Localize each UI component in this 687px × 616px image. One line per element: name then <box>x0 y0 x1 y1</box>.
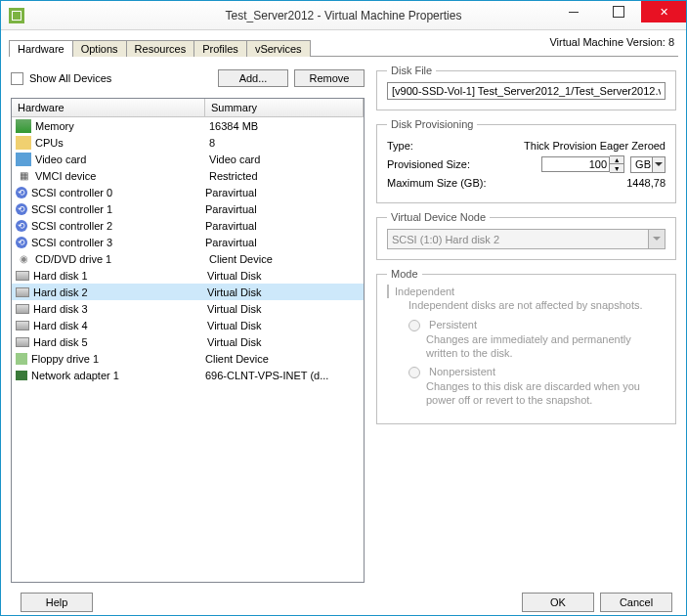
tab-options[interactable]: Options <box>72 40 127 57</box>
hardware-row[interactable]: Floppy drive 1Client Device <box>12 350 364 367</box>
provisioned-size-spinner[interactable]: ▲▼ <box>610 155 624 173</box>
close-button[interactable] <box>641 1 686 22</box>
hardware-name: SCSI controller 3 <box>31 237 205 248</box>
hardware-row[interactable]: Memory16384 MB <box>12 117 364 134</box>
hardware-row[interactable]: Network adapter 1696-CLNT-VPS-INET (d... <box>12 367 364 383</box>
cancel-button[interactable]: Cancel <box>600 593 672 612</box>
hdd-icon <box>16 271 29 281</box>
col-hardware[interactable]: Hardware <box>12 99 205 116</box>
hardware-row[interactable]: SCSI controller 0Paravirtual <box>12 184 364 200</box>
hardware-name: Hard disk 4 <box>33 320 207 331</box>
hardware-row[interactable]: Hard disk 5Virtual Disk <box>12 333 364 350</box>
cpu-icon <box>16 136 31 150</box>
maximize-button[interactable] <box>596 1 641 22</box>
hardware-summary: Paravirtual <box>205 187 360 198</box>
disk-provisioning-group: Disk Provisioning Type: Thick Provision … <box>376 118 676 203</box>
hardware-name: Hard disk 1 <box>33 270 207 282</box>
hardware-name: CD/DVD drive 1 <box>35 253 209 265</box>
hardware-summary: Virtual Disk <box>207 286 360 298</box>
hdd-icon <box>16 287 29 297</box>
hardware-name: SCSI controller 0 <box>31 187 205 198</box>
provisioned-size-unit-value: GB <box>635 158 651 170</box>
independent-desc: Independent disks are not affected by sn… <box>408 299 666 313</box>
hardware-name: Floppy drive 1 <box>31 353 205 365</box>
hardware-row[interactable]: CPUs8 <box>12 134 364 151</box>
nonpersistent-label: Nonpersistent <box>429 366 495 377</box>
disk-file-legend: Disk File <box>387 65 436 76</box>
hardware-summary: Paravirtual <box>205 220 360 232</box>
hardware-name: Video card <box>35 154 209 165</box>
add-button[interactable]: Add... <box>218 69 288 87</box>
hardware-row[interactable]: Hard disk 1Virtual Disk <box>12 267 364 284</box>
hardware-summary: 16384 MB <box>209 120 360 132</box>
virtual-device-node-group: Virtual Device Node SCSI (1:0) Hard disk… <box>376 211 676 260</box>
chevron-down-icon <box>648 230 665 248</box>
help-button[interactable]: Help <box>21 593 93 612</box>
hardware-summary: Paravirtual <box>205 237 360 248</box>
show-all-devices-label: Show All Devices <box>29 72 212 84</box>
hardware-row[interactable]: Hard disk 4Virtual Disk <box>12 317 364 333</box>
max-size-value: 1448,78 <box>524 177 666 189</box>
scsi-icon <box>16 220 27 232</box>
hardware-summary: Video card <box>209 154 360 165</box>
mode-legend: Mode <box>387 268 422 280</box>
independent-checkbox <box>387 285 389 298</box>
hdd-icon <box>16 304 29 314</box>
virtual-device-node-select: SCSI (1:0) Hard disk 2 <box>387 229 666 249</box>
nonpersistent-desc: Changes to this disk are discarded when … <box>426 380 666 408</box>
hardware-row[interactable]: Hard disk 2Virtual Disk <box>12 284 364 300</box>
hardware-row[interactable]: VMCI deviceRestricted <box>12 167 364 184</box>
cd-icon <box>16 252 31 266</box>
mode-group: Mode Independent Independent disks are n… <box>376 268 676 424</box>
hardware-name: Memory <box>35 120 209 132</box>
disk-provisioning-legend: Disk Provisioning <box>387 118 477 130</box>
hdd-icon <box>16 337 29 347</box>
disk-file-group: Disk File <box>376 65 676 110</box>
chevron-down-icon <box>652 157 665 172</box>
hardware-row[interactable]: CD/DVD drive 1Client Device <box>12 250 364 267</box>
hardware-summary: Virtual Disk <box>207 336 360 348</box>
hardware-list[interactable]: Hardware Summary Memory16384 MBCPUs8Vide… <box>11 98 365 583</box>
provisioned-size-input[interactable] <box>541 156 610 172</box>
ok-button[interactable]: OK <box>522 593 594 612</box>
hardware-name: VMCI device <box>35 170 209 182</box>
hardware-row[interactable]: SCSI controller 3Paravirtual <box>12 234 364 250</box>
disk-file-input[interactable] <box>387 82 666 100</box>
tab-resources[interactable]: Resources <box>126 40 195 57</box>
type-value: Thick Provision Eager Zeroed <box>494 140 666 152</box>
hardware-name: Network adapter 1 <box>31 370 205 381</box>
remove-button[interactable]: Remove <box>294 69 365 87</box>
provisioned-size-unit-select[interactable]: GB <box>630 156 666 173</box>
hdd-icon <box>16 321 29 330</box>
persistent-radio <box>408 320 420 331</box>
virtual-device-node-value: SCSI (1:0) Hard disk 2 <box>392 234 499 245</box>
hardware-row[interactable]: Hard disk 3Virtual Disk <box>12 300 364 317</box>
max-size-label: Maximum Size (GB): <box>387 177 524 189</box>
title-bar: Test_Server2012 - Virtual Machine Proper… <box>1 1 686 30</box>
tab-bar: Hardware Options Resources Profiles vSer… <box>1 30 686 56</box>
hardware-summary: 8 <box>209 137 360 149</box>
hardware-summary: 696-CLNT-VPS-INET (d... <box>205 370 360 381</box>
type-label: Type: <box>387 140 494 152</box>
virtual-device-node-legend: Virtual Device Node <box>387 211 490 223</box>
show-all-devices-checkbox[interactable] <box>11 72 23 85</box>
vm-version-label: Virtual Machine Version: 8 <box>549 36 674 48</box>
hardware-summary: Virtual Disk <box>207 270 360 282</box>
hardware-summary: Paravirtual <box>205 203 360 215</box>
scsi-icon <box>16 187 27 198</box>
tab-hardware[interactable]: Hardware <box>9 40 73 57</box>
nonpersistent-radio <box>408 367 420 378</box>
fdd-icon <box>16 353 27 365</box>
tab-profiles[interactable]: Profiles <box>193 40 247 57</box>
persistent-label: Persistent <box>429 319 477 330</box>
minimize-button[interactable] <box>551 1 596 22</box>
hardware-row[interactable]: Video cardVideo card <box>12 151 364 167</box>
hardware-row[interactable]: SCSI controller 2Paravirtual <box>12 217 364 234</box>
col-summary[interactable]: Summary <box>205 99 364 116</box>
hardware-row[interactable]: SCSI controller 1Paravirtual <box>12 200 364 217</box>
hardware-summary: Client Device <box>205 353 360 365</box>
tab-vservices[interactable]: vServices <box>246 40 311 57</box>
hardware-name: SCSI controller 2 <box>31 220 205 232</box>
provisioned-size-label: Provisioned Size: <box>387 158 494 170</box>
independent-label: Independent <box>395 286 454 297</box>
